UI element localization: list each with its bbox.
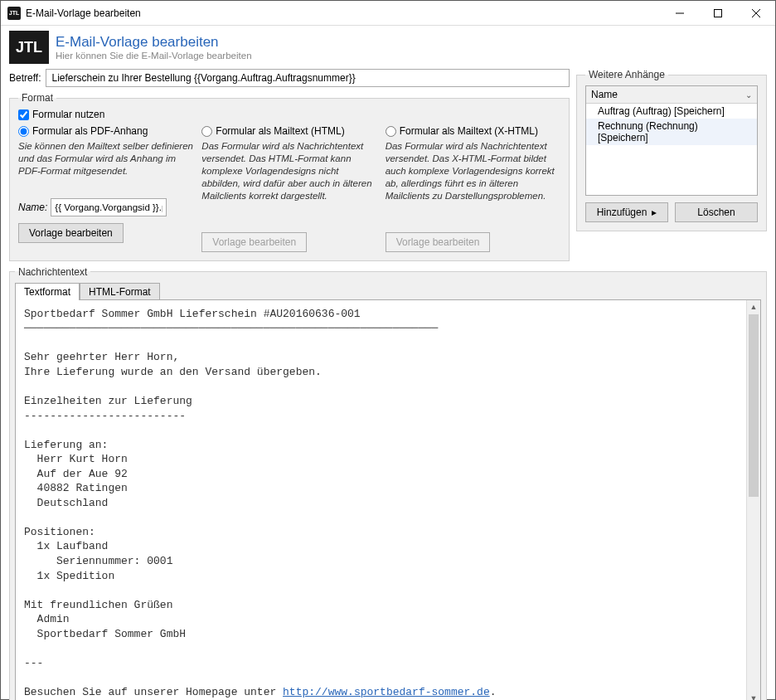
attachment-item[interactable]: Auftrag (Auftrag) [Speichern]: [586, 104, 757, 119]
attachments-header[interactable]: Name ⌄: [586, 86, 757, 104]
message-fieldset: Nachrichtentext Textformat HTML-Format S…: [9, 266, 767, 700]
expand-icon[interactable]: ⌄: [745, 90, 752, 100]
name-input[interactable]: [51, 198, 167, 216]
html-desc: Das Formular wird als Nachrichtentext ve…: [201, 140, 376, 202]
tab-htmlformat[interactable]: HTML-Format: [80, 283, 160, 300]
page-subtitle: Hier können Sie die E-Mail-Vorlage bearb…: [56, 51, 252, 61]
attachment-item[interactable]: Rechnung (Rechnung) [Speichern]: [586, 119, 757, 145]
radio-pdf-label: Formular als PDF-Anhang: [32, 125, 148, 137]
subject-label: Betreff:: [9, 72, 41, 84]
window: JTL E-Mail-Vorlage bearbeiten JTL E-Mail…: [0, 0, 776, 700]
radio-xhtml[interactable]: [386, 126, 396, 137]
subject-input[interactable]: [46, 69, 570, 87]
close-button[interactable]: [737, 1, 775, 26]
radio-pdf[interactable]: [18, 126, 29, 137]
tab-textformat[interactable]: Textformat: [15, 283, 80, 300]
use-form-checkbox[interactable]: [18, 109, 29, 120]
attachments-legend: Weitere Anhänge: [585, 69, 668, 80]
window-title: E-Mail-Vorlage bearbeiten: [26, 7, 661, 19]
app-icon: JTL: [7, 7, 21, 20]
radio-html[interactable]: [201, 126, 212, 137]
format-legend: Format: [18, 92, 56, 104]
message-editor[interactable]: Sportbedarf Sommer GmbH Lieferschein #AU…: [15, 299, 761, 700]
page-title: E-Mail-Vorlage bearbeiten: [56, 34, 252, 51]
minimize-button[interactable]: [661, 1, 699, 26]
format-fieldset: Format Formular nutzen Formular als PDF-…: [9, 92, 570, 261]
scroll-up-icon[interactable]: ▲: [747, 300, 760, 314]
radio-html-label: Formular als Mailtext (HTML): [216, 125, 344, 137]
scroll-down-icon[interactable]: ▼: [747, 692, 760, 700]
edit-template-html-button: Vorlage bearbeiten: [201, 232, 307, 252]
maximize-button[interactable]: [699, 1, 737, 26]
radio-xhtml-label: Formular als Mailtext (X-HTML): [400, 125, 538, 137]
add-attachment-button[interactable]: Hinzufügen▸: [585, 202, 668, 222]
use-form-label: Formular nutzen: [32, 109, 104, 120]
pdf-desc: Sie können den Mailtext selber definiere…: [18, 140, 193, 193]
attachments-fieldset: Weitere Anhänge Name ⌄ Auftrag (Auftrag)…: [576, 69, 767, 231]
scroll-thumb[interactable]: [749, 314, 759, 497]
homepage-link[interactable]: http://www.sportbedarf-sommer.de: [283, 686, 490, 698]
svg-rect-1: [715, 9, 722, 17]
xhtml-desc: Das Formular wird als Nachrichtentext ve…: [386, 140, 560, 202]
delete-attachment-button[interactable]: Löschen: [675, 202, 758, 222]
logo: JTL: [9, 31, 49, 64]
edit-template-pdf-button[interactable]: Vorlage bearbeiten: [18, 223, 124, 243]
name-label: Name:: [18, 202, 47, 213]
edit-template-xhtml-button: Vorlage bearbeiten: [386, 232, 491, 252]
attachments-list[interactable]: Name ⌄ Auftrag (Auftrag) [Speichern] Rec…: [585, 85, 758, 196]
message-legend: Nachrichtentext: [15, 266, 90, 278]
scrollbar[interactable]: ▲ ▼: [746, 300, 760, 700]
titlebar: JTL E-Mail-Vorlage bearbeiten: [1, 1, 775, 26]
header: JTL E-Mail-Vorlage bearbeiten Hier könne…: [1, 26, 775, 69]
dropdown-arrow-icon: ▸: [652, 207, 657, 218]
